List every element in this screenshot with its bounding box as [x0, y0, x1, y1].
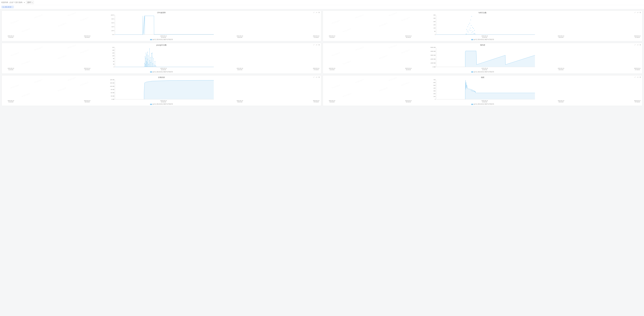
sort-icon[interactable]: ↓≡ — [316, 76, 317, 78]
sort-icon[interactable]: ↓≡ — [637, 76, 638, 78]
chart-legend[interactable]: ip=11.155.43.53, INST=2791570 — [3, 71, 320, 73]
svg-text:1000 MB: 1000 MB — [430, 62, 436, 64]
chart-legend[interactable]: ip=11.155.43.53, INST=2791570 — [3, 103, 320, 105]
chart-card-threads: wuyuqunwuyuqunwuyuqunwuyuqunwuyuqunwuyuq… — [323, 75, 642, 106]
chart-toolbar: ⤢↓≡🗎 — [634, 12, 641, 13]
chart-toolbar: ⤢↓≡🗎 — [313, 12, 320, 13]
svg-point-111 — [472, 91, 472, 91]
svg-point-56 — [147, 63, 147, 63]
export-icon[interactable]: 🗎 — [318, 44, 320, 46]
svg-text:300: 300 — [433, 90, 436, 92]
svg-point-16 — [468, 27, 468, 27]
close-icon[interactable]: × — [12, 6, 13, 8]
machine-list-text: 机器列表（点击"+"进行选择） — [2, 1, 24, 4]
x-tick: 2023-05-1607:00:00 — [313, 68, 319, 71]
svg-text:150: 150 — [112, 52, 114, 54]
legend-swatch — [471, 104, 473, 105]
svg-point-78 — [152, 53, 152, 53]
svg-point-20 — [470, 23, 470, 24]
export-icon[interactable]: 🗎 — [318, 76, 320, 78]
export-icon[interactable]: 🗎 — [640, 12, 641, 13]
svg-point-86 — [155, 61, 155, 62]
x-tick: 2023-05-1602:00:00 — [405, 100, 412, 103]
expand-icon[interactable]: ⤢ — [313, 76, 314, 78]
svg-text:2000 MB: 2000 MB — [430, 58, 436, 60]
chart-plot[interactable]: 0 MB30 MB60 MB90 MB120 MB150 MB180 MB — [3, 79, 320, 100]
x-tick: 2023-05-1606:00:00 — [558, 68, 564, 71]
chart-plot[interactable]: 050100150200250300 — [324, 14, 641, 35]
export-icon[interactable]: 🗎 — [640, 76, 641, 78]
after-n-button[interactable]: 后5个 › — [26, 1, 34, 4]
x-tick: 2023-05-1602:00:00 — [405, 35, 412, 38]
x-tick: 2023-05-1601:00:00 — [8, 35, 14, 38]
chart-plot[interactable]: 0100200300400500600700 — [324, 79, 641, 100]
expand-icon[interactable]: ⤢ — [313, 44, 314, 46]
svg-point-84 — [154, 65, 154, 65]
sort-icon[interactable]: ↓≡ — [316, 44, 317, 46]
svg-text:60 MB: 60 MB — [111, 92, 114, 93]
svg-point-115 — [475, 92, 476, 92]
svg-point-80 — [152, 63, 153, 64]
svg-text:3000 MB: 3000 MB — [430, 55, 436, 56]
chart-legend[interactable]: ip=11.155.43.53, INST=2791570 — [324, 103, 641, 105]
svg-point-60 — [148, 59, 148, 59]
chart-legend[interactable]: ip=11.155.43.53, INST=2791570 — [3, 39, 320, 41]
x-tick: 2023-05-1606:00:00 — [558, 100, 564, 103]
expand-icon[interactable]: ⤢ — [313, 12, 314, 13]
svg-text:250: 250 — [433, 18, 436, 19]
svg-text:90: 90 — [113, 58, 114, 59]
svg-point-14 — [466, 29, 467, 30]
x-tick: 2023-05-1604:00:00 — [160, 35, 167, 38]
svg-point-50 — [146, 53, 146, 53]
chart-title: fullGC次数 — [324, 12, 641, 14]
chart-title: 堆内存 — [324, 44, 641, 46]
svg-text:0: 0 — [114, 66, 114, 68]
expand-icon[interactable]: ⤢ — [634, 12, 636, 13]
legend-swatch — [150, 104, 152, 105]
add-machine-icon[interactable]: + — [24, 2, 25, 4]
svg-text:0 %: 0 % — [112, 34, 114, 35]
svg-point-44 — [145, 57, 145, 57]
x-tick: 2023-05-1602:00:00 — [84, 68, 90, 71]
chart-toolbar: ⤢↓≡🗎 — [313, 44, 320, 46]
export-icon[interactable]: 🗎 — [640, 44, 641, 46]
svg-text:600: 600 — [433, 82, 436, 83]
svg-point-58 — [147, 52, 148, 52]
svg-point-64 — [148, 64, 149, 64]
chart-plot[interactable]: 0 %20 %40 %60 %80 %100 % — [3, 14, 320, 35]
chart-toolbar: ⤢↓≡🗎 — [634, 76, 641, 78]
svg-point-24 — [471, 25, 472, 26]
x-tick: 2023-05-1606:00:00 — [558, 35, 564, 38]
expand-icon[interactable]: ⤢ — [634, 76, 636, 78]
svg-point-114 — [474, 91, 475, 92]
legend-text: ip=11.155.43.53, INST=2791570 — [474, 103, 494, 105]
chart-plot[interactable]: 0 MB1000 MB2000 MB3000 MB4000 MB5000 MB — [324, 47, 641, 68]
legend-swatch — [150, 39, 152, 40]
svg-text:30 MB: 30 MB — [111, 95, 114, 97]
topbar: 机器列表（点击"+"进行选择） + 后5个 › — [0, 0, 644, 5]
chart-plot[interactable]: 0306090120150180210 — [3, 47, 320, 68]
svg-text:100: 100 — [433, 96, 436, 97]
svg-point-28 — [473, 31, 473, 32]
sort-icon[interactable]: ↓≡ — [637, 44, 638, 46]
x-tick: 2023-05-1601:00:00 — [329, 100, 335, 103]
svg-text:60: 60 — [113, 61, 114, 62]
svg-point-21 — [470, 28, 470, 29]
svg-text:4000 MB: 4000 MB — [430, 51, 436, 52]
sort-icon[interactable]: ↓≡ — [316, 12, 317, 13]
chart-legend[interactable]: ip=11.155.43.53, INST=2791570 — [324, 71, 641, 73]
svg-text:50: 50 — [434, 31, 436, 32]
export-icon[interactable]: 🗎 — [318, 12, 320, 13]
x-tick: 2023-05-1606:00:00 — [237, 68, 243, 71]
svg-text:90 MB: 90 MB — [111, 89, 114, 90]
legend-text: ip=11.155.43.53, INST=2791570 — [474, 39, 494, 40]
sort-icon[interactable]: ↓≡ — [637, 12, 638, 13]
expand-icon[interactable]: ⤢ — [634, 44, 636, 46]
svg-text:150: 150 — [433, 24, 436, 26]
chart-legend[interactable]: ip=11.155.43.53, INST=2791570 — [324, 39, 641, 41]
svg-point-27 — [472, 27, 473, 28]
ip-tag[interactable]: 11.155.43.53 × — [2, 6, 14, 8]
ip-tag-text: 11.155.43.53 — [2, 6, 11, 8]
svg-point-25 — [472, 16, 472, 17]
legend-swatch — [150, 71, 152, 73]
